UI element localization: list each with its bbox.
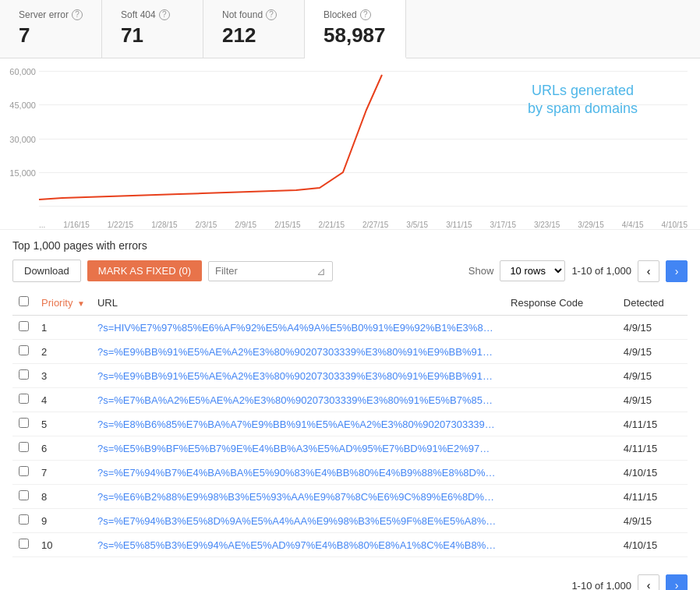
table-row: 8 ?s=%E6%B2%88%E9%98%B3%E5%93%AA%E9%87%8… <box>12 485 688 509</box>
x-label-ellipsis: ... <box>39 221 45 229</box>
row-detected: 4/10/15 <box>617 533 688 557</box>
row-checkbox-2[interactable] <box>19 369 29 380</box>
header-priority[interactable]: Priority ▼ <box>35 290 91 316</box>
x-label-2: 1/22/15 <box>108 221 133 229</box>
row-detected: 4/11/15 <box>617 436 688 461</box>
soft-404-help-icon[interactable]: ? <box>159 9 170 20</box>
row-detected: 4/9/15 <box>617 316 688 340</box>
row-detected: 4/10/15 <box>617 461 688 485</box>
row-response-code <box>504 412 617 436</box>
table-row: 9 ?s=%E7%94%B3%E5%8D%9A%E5%A4%AA%E9%98%B… <box>12 509 688 533</box>
header-checkbox <box>12 290 35 316</box>
tab-soft-404[interactable]: Soft 404 ? 71 <box>102 0 203 58</box>
x-label-8: 2/27/15 <box>362 221 388 229</box>
data-table: Priority ▼ URL Response Code Detected 1 … <box>12 290 688 557</box>
row-checkbox-cell <box>12 340 35 364</box>
table-title: Top 1,000 pages with errors <box>12 239 688 252</box>
not-found-help-icon[interactable]: ? <box>266 9 277 20</box>
header-url: URL <box>91 290 504 316</box>
row-detected: 4/9/15 <box>617 509 688 533</box>
row-response-code <box>504 461 617 485</box>
tab-blocked[interactable]: Blocked ? 58,987 <box>305 0 406 58</box>
row-checkbox-0[interactable] <box>19 321 29 331</box>
row-response-code <box>504 509 617 533</box>
row-response-code <box>504 388 617 412</box>
row-checkbox-cell <box>12 509 35 533</box>
tab-soft-404-label: Soft 404 <box>121 9 156 20</box>
row-url[interactable]: ?s=%E7%94%B3%E5%8D%9A%E5%A4%AA%E9%98%B3%… <box>91 509 504 533</box>
row-checkbox-6[interactable] <box>19 466 29 476</box>
row-detected: 4/11/15 <box>617 412 688 436</box>
row-checkbox-3[interactable] <box>19 394 29 404</box>
header-row: Priority ▼ URL Response Code Detected <box>12 290 688 316</box>
row-response-code <box>504 364 617 388</box>
row-url[interactable]: ?s=%E5%B9%BF%E5%B7%9E%E4%BB%A3%E5%AD%95%… <box>91 436 504 461</box>
row-checkbox-cell <box>12 485 35 509</box>
server-error-help-icon[interactable]: ? <box>72 9 83 20</box>
next-button-top[interactable]: › <box>666 260 688 282</box>
table-body: 1 ?s=HIV%E7%97%85%E6%AF%92%E5%A4%9A%E5%B… <box>12 316 688 557</box>
row-checkbox-4[interactable] <box>19 418 29 428</box>
tab-not-found-value: 212 <box>222 23 285 48</box>
row-checkbox-5[interactable] <box>19 442 29 452</box>
table-row: 2 ?s=%E9%BB%91%E5%AE%A2%E3%80%9020730333… <box>12 340 688 364</box>
filter-box: ⊿ <box>208 261 333 281</box>
x-label-15: 4/10/15 <box>662 221 688 229</box>
prev-button-bottom[interactable]: ‹ <box>638 574 659 590</box>
pagination-info-top: 1-10 of 1,000 <box>571 265 631 277</box>
row-priority: 8 <box>35 485 91 509</box>
row-url[interactable]: ?s=HIV%E7%97%85%E6%AF%92%E5%A4%9A%E5%B0%… <box>91 316 504 340</box>
blocked-help-icon[interactable]: ? <box>360 9 371 20</box>
row-checkbox-7[interactable] <box>19 490 29 500</box>
row-url[interactable]: ?s=%E7%94%B7%E4%BA%BA%E5%90%83%E4%BB%80%… <box>91 461 504 485</box>
table-row: 1 ?s=HIV%E7%97%85%E6%AF%92%E5%A4%9A%E5%B… <box>12 316 688 340</box>
x-label-12: 3/23/15 <box>534 221 560 229</box>
grid-label-15k: 15,000 <box>2 168 36 178</box>
row-response-code <box>504 316 617 340</box>
table-header: Priority ▼ URL Response Code Detected <box>12 290 688 316</box>
select-all-checkbox[interactable] <box>19 296 29 306</box>
next-button-bottom[interactable]: › <box>666 574 688 590</box>
row-url[interactable]: ?s=%E7%BA%A2%E5%AE%A2%E3%80%90207303339%… <box>91 388 504 412</box>
table-row: 3 ?s=%E9%BB%91%E5%AE%A2%E3%80%9020730333… <box>12 364 688 388</box>
row-url[interactable]: ?s=%E9%BB%91%E5%AE%A2%E3%80%90207303339%… <box>91 364 504 388</box>
row-priority: 10 <box>35 533 91 557</box>
priority-sort-arrow: ▼ <box>77 299 85 308</box>
row-checkbox-8[interactable] <box>19 514 29 525</box>
table-row: 6 ?s=%E5%B9%BF%E5%B7%9E%E4%BB%A3%E5%AD%9… <box>12 436 688 461</box>
tab-not-found[interactable]: Not found ? 212 <box>203 0 305 58</box>
mark-fixed-button[interactable]: MARK AS FIXED (0) <box>87 260 202 281</box>
row-detected: 4/9/15 <box>617 364 688 388</box>
row-url[interactable]: ?s=%E5%85%B3%E9%94%AE%E5%AD%97%E4%B8%80%… <box>91 533 504 557</box>
x-label-3: 1/28/15 <box>151 221 177 229</box>
tab-blocked-label: Blocked <box>323 9 357 20</box>
row-priority: 3 <box>35 364 91 388</box>
rows-select[interactable]: 10 rows 25 rows 50 rows <box>500 260 565 281</box>
row-priority: 9 <box>35 509 91 533</box>
row-url[interactable]: ?s=%E9%BB%91%E5%AE%A2%E3%80%90207303339%… <box>91 340 504 364</box>
x-label-9: 3/5/15 <box>406 221 428 229</box>
row-response-code <box>504 436 617 461</box>
chart-area: 60,000 45,000 30,000 15,000 ... 1/16/15 … <box>0 58 700 230</box>
row-checkbox-cell <box>12 316 35 340</box>
x-label-5: 2/9/15 <box>235 221 256 229</box>
row-checkbox-cell <box>12 388 35 412</box>
tab-server-error[interactable]: Server error ? 7 <box>0 0 102 58</box>
row-checkbox-1[interactable] <box>19 345 29 355</box>
table-row: 4 ?s=%E7%BA%A2%E5%AE%A2%E3%80%9020730333… <box>12 388 688 412</box>
x-label-6: 2/15/15 <box>274 221 300 229</box>
x-label-14: 4/4/15 <box>622 221 644 229</box>
row-priority: 2 <box>35 340 91 364</box>
row-checkbox-cell <box>12 436 35 461</box>
row-url[interactable]: ?s=%E6%B2%88%E9%98%B3%E5%93%AA%E9%87%8C%… <box>91 485 504 509</box>
tab-server-error-label: Server error <box>19 9 69 20</box>
prev-button-top[interactable]: ‹ <box>638 260 659 282</box>
download-button[interactable]: Download <box>12 260 81 282</box>
bottom-pagination: 1-10 of 1,000 ‹ › <box>0 567 700 590</box>
x-label-10: 3/11/15 <box>446 221 472 229</box>
row-url[interactable]: ?s=%E8%B6%85%E7%BA%A7%E9%BB%91%E5%AE%A2%… <box>91 412 504 436</box>
table-section: Top 1,000 pages with errors Download MAR… <box>0 230 700 567</box>
row-checkbox-9[interactable] <box>19 539 29 549</box>
filter-input[interactable] <box>215 265 312 277</box>
toolbar: Download MARK AS FIXED (0) ⊿ Show 10 row… <box>12 260 688 282</box>
